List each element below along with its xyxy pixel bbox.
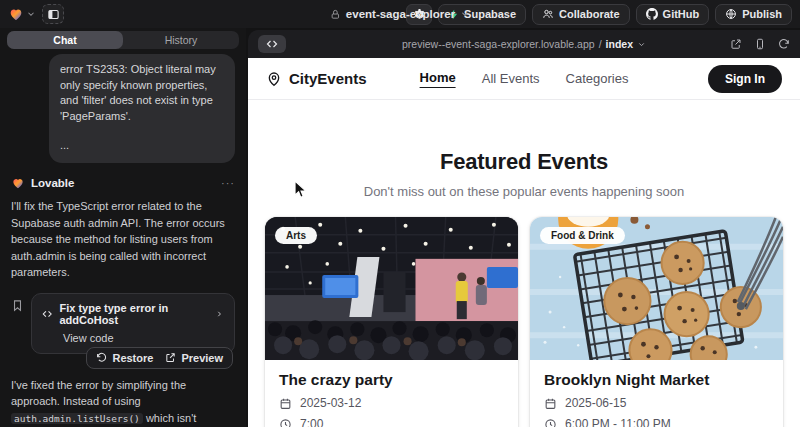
preview-button-label: Preview [181, 352, 223, 364]
tab-history[interactable]: History [123, 31, 239, 49]
fix-card-title: Fix type type error in addCoHost [59, 302, 208, 326]
result-text-1: I've fixed the error by simplifying the … [11, 379, 186, 408]
event-cards-row: Arts The crazy party 2025-03-12 7:00 [248, 199, 800, 427]
event-date-row: 2025-06-15 [544, 396, 769, 410]
lovable-heart-icon [8, 6, 24, 22]
calendar-icon [544, 397, 557, 410]
event-title: The crazy party [279, 371, 504, 389]
clock-icon [544, 418, 557, 427]
user-message-ellipsis: ... [60, 138, 224, 154]
publish-button[interactable]: Publish [715, 4, 792, 25]
github-button-label: GitHub [663, 8, 700, 20]
lovable-logo-menu[interactable] [8, 6, 36, 22]
toggle-sidebar-button[interactable] [42, 4, 64, 24]
calendar-icon [279, 397, 292, 410]
external-link-icon [165, 352, 176, 363]
site-brand-label: CityEvents [289, 70, 367, 87]
event-title: Brooklyn Night Market [544, 371, 769, 389]
url-separator: / [599, 38, 602, 50]
panel-left-icon [47, 8, 60, 21]
code-icon [42, 308, 52, 320]
code-icon [266, 38, 278, 50]
site-header: CityEvents Home All Events Categories Si… [248, 58, 800, 100]
event-time: 6:00 PM - 11:00 PM [565, 417, 671, 427]
site-brand[interactable]: CityEvents [266, 70, 367, 87]
restore-button[interactable]: Restore [96, 352, 153, 364]
nav-categories[interactable]: Categories [566, 71, 629, 86]
restore-button-label: Restore [112, 352, 153, 364]
category-badge: Food & Drink [540, 227, 625, 244]
inline-code-listusers: auth.admin.listUsers() [11, 413, 143, 424]
preview-chrome-bar: preview--event-saga-explorer.lovable.app… [248, 30, 800, 58]
mobile-view-icon[interactable] [754, 38, 766, 50]
event-card-crazy-party[interactable]: Arts The crazy party 2025-03-12 7:00 [265, 217, 518, 427]
event-image-cookies: Food & Drink [530, 217, 783, 360]
category-badge: Arts [275, 227, 317, 244]
publish-button-label: Publish [742, 8, 782, 20]
open-in-new-tab-icon[interactable] [730, 38, 742, 50]
bookmark-icon[interactable] [11, 299, 24, 312]
supabase-button-label: Supabase [464, 8, 516, 20]
chevron-down-icon [460, 9, 470, 19]
nav-all-events[interactable]: All Events [482, 71, 540, 86]
assistant-message-intro: I'll fix the TypeScript error related to… [11, 198, 235, 281]
event-date: 2025-06-15 [565, 396, 626, 410]
lovable-app-window: event-saga-explorer Supabase Coll [0, 0, 800, 427]
event-time: 7:00 [300, 417, 323, 427]
chat-message-list[interactable]: error TS2353: Object literal may only sp… [0, 49, 246, 427]
code-view-button[interactable] [258, 35, 286, 53]
restore-icon [96, 352, 107, 363]
chevron-down-icon [637, 40, 646, 49]
nav-home[interactable]: Home [420, 70, 456, 88]
event-date-row: 2025-03-12 [279, 396, 504, 410]
lock-icon [330, 9, 341, 20]
chevron-down-icon [26, 9, 36, 19]
top-bar: event-saga-explorer Supabase Coll [0, 0, 800, 28]
event-image-party: Arts [265, 217, 518, 360]
message-menu-button[interactable]: ··· [221, 177, 235, 189]
preview-url: preview--event-saga-explorer.lovable.app [402, 38, 595, 50]
lovable-heart-icon [11, 176, 25, 190]
event-time-row: 6:00 PM - 11:00 PM [544, 417, 769, 427]
collaborate-button-label: Collaborate [559, 8, 620, 20]
event-time-row: 7:00 [279, 417, 504, 427]
fix-change-card[interactable]: Fix type type error in addCoHost View co… [31, 293, 235, 354]
event-card-brooklyn-market[interactable]: Food & Drink Brooklyn Night Market 2025-… [530, 217, 783, 427]
collaborate-button[interactable]: Collaborate [532, 4, 630, 25]
user-message-text: error TS2353: Object literal may only sp… [60, 62, 224, 124]
project-switcher[interactable]: event-saga-explorer [330, 0, 470, 28]
assistant-name: Lovable [31, 177, 74, 189]
restore-preview-toolbar: Restore Preview [86, 347, 233, 369]
sign-in-button[interactable]: Sign In [708, 65, 782, 93]
tab-chat[interactable]: Chat [7, 31, 123, 49]
publish-globe-icon [725, 8, 737, 20]
assistant-message-result: I've fixed the error by simplifying the … [11, 377, 235, 427]
project-name: event-saga-explorer [346, 8, 455, 20]
event-date: 2025-03-12 [300, 396, 361, 410]
chat-sidebar: Chat History error TS2353: Object litera… [0, 28, 246, 427]
github-icon [646, 8, 658, 20]
site-nav: Home All Events Categories [420, 70, 629, 88]
preview-page: index [606, 38, 633, 50]
featured-subheading: Don't miss out on these popular events h… [248, 184, 800, 199]
preview-button[interactable]: Preview [165, 352, 223, 364]
preview-url-dropdown[interactable]: preview--event-saga-explorer.lovable.app… [402, 38, 646, 50]
featured-heading: Featured Events [248, 149, 800, 175]
chevron-right-icon [215, 309, 224, 319]
featured-section: Featured Events Don't miss out on these … [248, 100, 800, 199]
preview-pane: preview--event-saga-explorer.lovable.app… [248, 30, 800, 427]
user-message-bubble: error TS2353: Object literal may only sp… [49, 54, 235, 163]
github-button[interactable]: GitHub [636, 4, 710, 25]
collaborate-users-icon [542, 8, 554, 20]
refresh-icon[interactable] [778, 38, 790, 50]
clock-icon [279, 418, 292, 427]
chat-history-tabs: Chat History [7, 31, 239, 49]
site-viewport: CityEvents Home All Events Categories Si… [248, 58, 800, 427]
assistant-header: Lovable ··· [11, 176, 235, 190]
view-code-link[interactable]: View code [63, 332, 224, 344]
map-pin-icon [266, 71, 282, 87]
